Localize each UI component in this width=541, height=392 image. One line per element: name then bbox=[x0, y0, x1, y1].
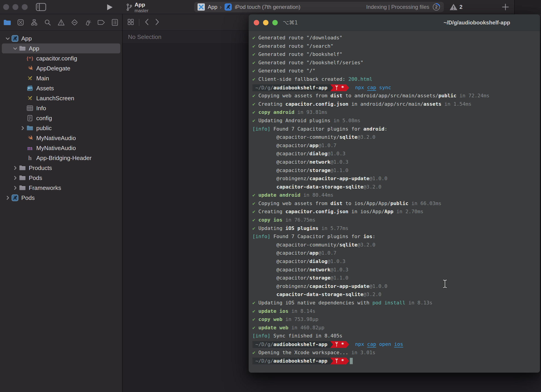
terminal-minimize-button[interactable] bbox=[263, 20, 268, 25]
zoom-button[interactable] bbox=[22, 4, 28, 10]
terminal-text: sqlite bbox=[339, 134, 357, 140]
terminal-text: open bbox=[376, 341, 394, 347]
source-control-navigator-tab[interactable] bbox=[16, 17, 26, 27]
sidebar-item-assets[interactable]: Assets bbox=[2, 83, 120, 93]
sidebar-toggle-icon[interactable] bbox=[36, 3, 46, 11]
sidebar-item-products[interactable]: Products bbox=[2, 163, 120, 173]
issue-navigator-tab[interactable] bbox=[56, 17, 66, 27]
sidebar-item-launchscreen[interactable]: LaunchScreen bbox=[2, 93, 120, 103]
terminal-text: to ios/App/App/ bbox=[342, 200, 390, 206]
terminal-text: capacitor.config.json bbox=[286, 209, 349, 214]
check-icon: ✔ bbox=[252, 225, 259, 231]
terminal-text: dist bbox=[330, 93, 342, 98]
xcode-target-icon[interactable] bbox=[197, 3, 205, 11]
folder-blue-icon bbox=[26, 124, 34, 132]
file-label: MyNativeAudio bbox=[36, 145, 76, 152]
app-target-icon[interactable] bbox=[224, 3, 232, 11]
check-icon: ✔ bbox=[252, 43, 259, 49]
debug-navigator-tab[interactable] bbox=[83, 17, 93, 27]
terminal-text: in 72.24ms bbox=[457, 93, 489, 98]
close-button[interactable] bbox=[3, 4, 9, 10]
minimize-button[interactable] bbox=[12, 4, 18, 10]
accessory-divider bbox=[139, 19, 139, 26]
test-navigator-tab[interactable] bbox=[70, 17, 79, 27]
terminal-zoom-button[interactable] bbox=[272, 20, 278, 25]
run-button[interactable] bbox=[106, 4, 113, 11]
terminal-text: @robingenz/ bbox=[252, 283, 309, 289]
terminal-titlebar[interactable]: ⌥⌘1 ~/D/g/audiobookshelf-app bbox=[249, 15, 540, 31]
terminal-text: @1.0.7 bbox=[318, 250, 336, 256]
sidebar-item-info[interactable]: Info bbox=[2, 103, 120, 113]
terminal-text: public bbox=[390, 200, 408, 206]
terminal-text: Generated route "/search" bbox=[259, 43, 333, 49]
terminal-text: @robingenz/ bbox=[252, 176, 309, 181]
terminal-line: ✔ update android in 80.44ms bbox=[252, 191, 538, 199]
terminal-text: app bbox=[309, 250, 318, 256]
folder-icon bbox=[19, 45, 26, 52]
sidebar-item-frameworks[interactable]: Frameworks bbox=[2, 183, 120, 193]
terminal-line: @robingenz/capacitor-app-update@1.0.0 bbox=[252, 282, 538, 291]
symbol-navigator-tab[interactable] bbox=[29, 17, 39, 27]
sidebar-item-app-bridging-header[interactable]: hApp-Bridging-Header bbox=[2, 153, 120, 163]
forward-button[interactable] bbox=[154, 18, 160, 26]
terminal-text bbox=[346, 358, 349, 364]
run-destination[interactable]: iPod touch (7th generation) bbox=[235, 4, 300, 10]
terminal-text: ~/D/g/ bbox=[252, 341, 273, 348]
chevron-right-icon[interactable] bbox=[4, 195, 11, 200]
terminal-text: sync bbox=[376, 85, 391, 90]
terminal-text: @1.0.3 bbox=[330, 267, 348, 273]
activity-status-text: Indexing | Processing files bbox=[366, 4, 429, 10]
related-items-icon[interactable] bbox=[127, 18, 134, 26]
terminal-text: in 2.70ms bbox=[394, 209, 423, 214]
chevron-right-icon[interactable] bbox=[11, 185, 19, 190]
sidebar-item-public[interactable]: public bbox=[2, 123, 120, 133]
terminal-text: @1.0.3 bbox=[327, 151, 345, 156]
chevron-right-icon[interactable] bbox=[19, 126, 26, 131]
sidebar-item-mynativeaudio[interactable]: mMyNativeAudio bbox=[2, 143, 120, 153]
chevron-down-icon[interactable] bbox=[11, 46, 19, 51]
file-label: MyNativeAudio bbox=[36, 135, 76, 142]
terminal-close-button[interactable] bbox=[254, 20, 259, 25]
terminal-output[interactable]: ✔ Generated route "/downloads"✔ Generate… bbox=[249, 31, 540, 365]
project-navigator-tab[interactable] bbox=[2, 17, 12, 27]
sidebar-item-config[interactable]: config bbox=[2, 113, 120, 123]
plist-file-icon bbox=[26, 105, 34, 112]
activity-progress-ring: 2 bbox=[432, 3, 441, 11]
file-label: capacitor.config bbox=[36, 55, 77, 62]
objc-file-icon: m bbox=[26, 144, 34, 152]
issues-indicator[interactable]: 2 bbox=[449, 3, 462, 11]
terminal-line: ~/D/g/audiobookshelf-app ᛘ * bbox=[252, 357, 538, 365]
file-label: App-Bridging-Header bbox=[36, 155, 92, 162]
terminal-text: dialog bbox=[309, 259, 327, 264]
find-navigator-tab[interactable] bbox=[43, 17, 52, 27]
sidebar-item-appdelegate[interactable]: AppDelegate bbox=[2, 63, 120, 73]
sidebar-item-app[interactable]: App bbox=[2, 34, 120, 43]
sidebar-item-capacitor-config[interactable]: {“}capacitor.config bbox=[2, 53, 120, 63]
sidebar-item-mynativeaudio[interactable]: MyNativeAudio bbox=[2, 133, 120, 143]
check-icon: ✔ bbox=[252, 51, 259, 57]
check-icon: ✔ bbox=[252, 118, 259, 123]
scheme-name[interactable]: App bbox=[208, 4, 218, 10]
terminal-text bbox=[346, 84, 349, 91]
sidebar-item-app[interactable]: App bbox=[2, 43, 120, 53]
terminal-text: in 80.44ms bbox=[300, 192, 333, 198]
chevron-right-icon[interactable] bbox=[11, 175, 19, 180]
terminal-text: in 460.82μp bbox=[288, 325, 324, 331]
sidebar-item-pods[interactable]: Pods bbox=[2, 173, 120, 183]
chevron-right-icon[interactable] bbox=[11, 165, 19, 170]
back-button[interactable] bbox=[144, 18, 150, 26]
terminal-text: @capacitor/ bbox=[252, 267, 309, 273]
add-editor-icon[interactable] bbox=[502, 3, 509, 11]
terminal-text bbox=[330, 84, 333, 91]
breakpoint-navigator-tab[interactable] bbox=[97, 17, 106, 27]
sidebar-item-main[interactable]: Main bbox=[2, 73, 120, 83]
report-navigator-tab[interactable] bbox=[110, 17, 120, 27]
terminal-text: @1.0.7 bbox=[318, 143, 336, 148]
terminal-text: @1.1.0 bbox=[330, 168, 348, 173]
terminal-window[interactable]: ⌥⌘1 ~/D/g/audiobookshelf-app ✔ Generated… bbox=[249, 14, 540, 373]
scm-status[interactable]: App master bbox=[126, 2, 148, 13]
chevron-down-icon[interactable] bbox=[4, 36, 11, 41]
sidebar-item-pods[interactable]: Pods bbox=[2, 193, 120, 203]
activity-viewer[interactable]: Indexing | Processing files 2 bbox=[366, 3, 441, 11]
terminal-text: pod install bbox=[372, 300, 406, 305]
